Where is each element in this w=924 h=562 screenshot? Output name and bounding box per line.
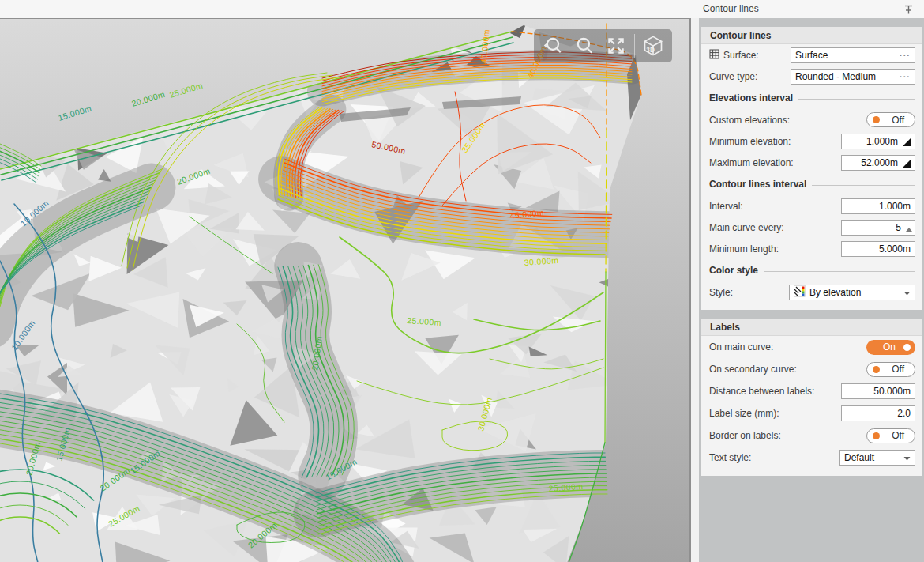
more-button[interactable]: ··· bbox=[900, 51, 911, 60]
row-minimum-elevation: Minimum elevation:1.000m bbox=[701, 130, 922, 152]
toggle-knob bbox=[873, 432, 880, 439]
surface-picker[interactable]: Surface··· bbox=[791, 47, 915, 63]
caret-down-icon bbox=[903, 287, 911, 298]
pick-elevation-icon[interactable] bbox=[901, 157, 913, 169]
distance-between-labels-input[interactable]: 50.000m bbox=[841, 383, 915, 399]
dropdown-value: By elevation bbox=[809, 287, 861, 298]
field-label-minimum-length: Minimum length: bbox=[709, 243, 779, 255]
field-label-text: Curve type: bbox=[709, 71, 757, 82]
app-window: Contour lines 15.000m20.000m25.000m10.00… bbox=[0, 0, 924, 562]
row-label-size-mm: Label size (mm):2.0 bbox=[701, 402, 922, 424]
field-label-minimum-elevation: Minimum elevation: bbox=[709, 136, 791, 147]
row-minimum-length: Minimum length:5.000m bbox=[701, 238, 922, 259]
field-label-custom-elevations: Custom elevations: bbox=[709, 115, 790, 126]
field-label-border-on-labels: Border on labels: bbox=[709, 430, 781, 441]
section-rule bbox=[798, 99, 915, 100]
field-label-distance-between-labels: Distance between labels: bbox=[709, 386, 814, 397]
curve-type-picker[interactable]: Rounded - Medium··· bbox=[791, 69, 915, 85]
row-custom-elevations: Custom elevations:Off bbox=[701, 109, 922, 130]
style-dropdown[interactable]: By elevation bbox=[789, 285, 915, 300]
row-surface: Surface:Surface··· bbox=[701, 44, 922, 66]
input-value: 1.000m bbox=[866, 136, 898, 147]
field-label-label-size-mm: Label size (mm): bbox=[709, 408, 779, 419]
group-labels: LabelsOn main curve:OnOn secondary curve… bbox=[701, 319, 922, 476]
section-contour-lines-interval: Contour lines interval bbox=[701, 173, 922, 195]
minimum-length-input[interactable]: 5.000m bbox=[841, 241, 915, 257]
on-secondary-curve-toggle[interactable]: Off bbox=[866, 362, 915, 377]
field-label-maximum-elevation: Maximum elevation: bbox=[709, 157, 794, 168]
pick-elevation-icon[interactable] bbox=[901, 136, 913, 148]
field-label-text: Surface: bbox=[723, 50, 759, 61]
border-on-labels-toggle[interactable]: Off bbox=[866, 428, 915, 443]
row-style: Style: By elevation bbox=[701, 281, 922, 303]
row-on-main-curve: On main curve:On bbox=[701, 336, 922, 358]
field-label-text: Style: bbox=[709, 287, 733, 298]
panel-titlebar: Contour lines bbox=[0, 0, 924, 18]
minimum-elevation-input[interactable]: 1.000m bbox=[841, 134, 915, 149]
field-label-text: Label size (mm): bbox=[709, 408, 779, 419]
toggle-label: On bbox=[883, 341, 896, 353]
row-distance-between-labels: Distance between labels:50.000m bbox=[701, 380, 922, 402]
field-label-interval: Interval: bbox=[709, 201, 743, 212]
input-value: 5.000m bbox=[879, 243, 911, 255]
toggle-label: Off bbox=[892, 364, 904, 375]
toggle-label: Off bbox=[892, 430, 904, 441]
zoom-previous-button[interactable] bbox=[537, 30, 569, 62]
field-label-main-curve-every: Main curve every: bbox=[709, 222, 784, 233]
toolbar-separator bbox=[634, 34, 635, 58]
field-label-text: Border on labels: bbox=[709, 430, 781, 441]
on-main-curve-toggle[interactable]: On bbox=[866, 340, 915, 355]
group-header-contour-lines: Contour lines bbox=[701, 27, 922, 44]
color-ramp-icon bbox=[794, 285, 806, 300]
zoom-extents-button[interactable] bbox=[600, 30, 632, 62]
grid-icon bbox=[709, 49, 719, 62]
field-label-text: On main curve: bbox=[709, 341, 773, 353]
section-title: Color style bbox=[709, 265, 758, 276]
picker-value: Rounded - Medium bbox=[795, 71, 876, 82]
input-value: 52.000m bbox=[861, 157, 898, 168]
toggle-label: Off bbox=[892, 115, 904, 126]
row-main-curve-every: Main curve every:5 bbox=[701, 217, 922, 238]
text-style-dropdown[interactable]: Default bbox=[839, 450, 915, 466]
cube-3d-icon: 3D bbox=[642, 35, 664, 57]
field-label-text: Interval: bbox=[709, 201, 743, 212]
field-label-on-main-curve: On main curve: bbox=[709, 341, 773, 353]
field-label-text: Minimum elevation: bbox=[709, 136, 791, 147]
input-value: 1.000m bbox=[879, 201, 911, 212]
field-label-text: On secondary curve: bbox=[709, 364, 797, 375]
contour-lines-panel: Contour lines Surface:Surface···Curve ty… bbox=[691, 18, 924, 562]
zoom-button[interactable] bbox=[569, 30, 600, 62]
toggle-knob bbox=[873, 116, 880, 123]
interval-input[interactable]: 1.000m bbox=[841, 198, 915, 214]
map-viewport[interactable]: 15.000m20.000m25.000m10.000m10.000m20.00… bbox=[0, 18, 691, 562]
spin-up-icon[interactable] bbox=[906, 223, 912, 234]
row-interval: Interval:1.000m bbox=[701, 195, 922, 217]
field-label-text: Text style: bbox=[709, 452, 751, 463]
field-label-text: Distance between labels: bbox=[709, 386, 814, 397]
group-header-labels: Labels bbox=[701, 319, 922, 336]
caret-down-icon bbox=[903, 452, 911, 463]
input-value: 50.000m bbox=[873, 386, 911, 397]
custom-elevations-toggle[interactable]: Off bbox=[866, 112, 915, 127]
input-value: 5 bbox=[896, 222, 901, 233]
field-label-text: Custom elevations: bbox=[709, 115, 790, 126]
field-label-curve-type: Curve type: bbox=[709, 71, 757, 82]
row-maximum-elevation: Maximum elevation:52.000m bbox=[701, 152, 922, 173]
label-size-mm-input[interactable]: 2.0 bbox=[841, 405, 915, 421]
main-curve-every-stepper[interactable]: 5 bbox=[841, 220, 915, 236]
field-label-text: Maximum elevation: bbox=[709, 157, 794, 168]
pin-icon[interactable] bbox=[903, 3, 915, 15]
field-label-style: Style: bbox=[709, 287, 733, 298]
view-3d-button[interactable]: 3D bbox=[637, 30, 669, 62]
input-value: 2.0 bbox=[897, 408, 911, 419]
map-toolbar: 3D bbox=[534, 29, 672, 62]
row-border-on-labels: Border on labels:Off bbox=[701, 424, 922, 447]
row-on-secondary-curve: On secondary curve:Off bbox=[701, 358, 922, 380]
more-button[interactable]: ··· bbox=[900, 72, 911, 81]
section-title: Elevations interval bbox=[709, 92, 793, 104]
field-label-text: Main curve every: bbox=[709, 222, 784, 233]
field-label-text: Minimum length: bbox=[709, 243, 779, 255]
section-rule bbox=[812, 185, 915, 186]
zoom-previous-icon bbox=[543, 36, 563, 56]
maximum-elevation-input[interactable]: 52.000m bbox=[841, 155, 915, 171]
